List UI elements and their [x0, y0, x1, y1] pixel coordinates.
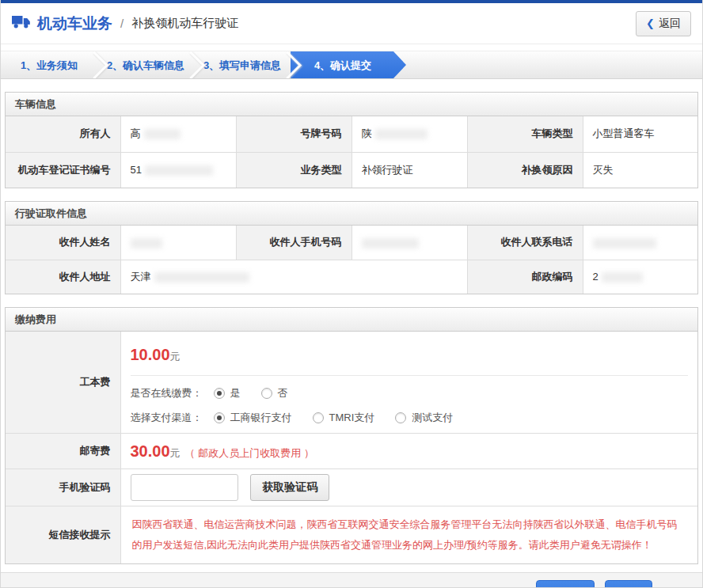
back-button-label: 返回 [659, 17, 681, 31]
online-pay-yes-option[interactable]: 是 [214, 386, 241, 400]
sms-code-label: 手机验证码 [6, 469, 120, 506]
table-row: 收件人姓名 收件人手机号码 收件人联系电话 [6, 226, 697, 260]
recipient-phone-label: 收件人联系电话 [467, 226, 583, 260]
breadcrumb: 机动车业务 / 补换领机动车行驶证 [12, 13, 238, 34]
sms-code-cell: 获取验证码 [120, 469, 697, 506]
recipient-name-value [120, 226, 236, 260]
pickup-info-table: 收件人姓名 收件人手机号码 收件人联系电话 收件人地址 天津 邮政编码 2 [6, 226, 697, 294]
biztype-value: 补领行驶证 [352, 152, 467, 188]
postcode-value: 2 [583, 260, 697, 294]
postage-fee-note: （ 邮政人员上门收取费用 ） [185, 447, 314, 459]
reason-label: 补换领原因 [467, 152, 583, 188]
radio-unselected-icon [261, 388, 272, 399]
masked-value [145, 165, 213, 176]
regno-label: 机动车登记证书编号 [6, 152, 120, 188]
sms-notice-cell: 因陕西省联通、电信运营商技术问题，陕西省互联网交通安全综合服务管理平台无法向持陕… [120, 506, 697, 564]
table-row: 短信接收提示 因陕西省联通、电信运营商技术问题，陕西省互联网交通安全综合服务管理… [6, 506, 697, 564]
plate-label: 号牌号码 [236, 116, 352, 152]
production-fee-label: 工本费 [6, 332, 120, 434]
recipient-name-label: 收件人姓名 [6, 226, 120, 260]
online-pay-row: 是否在线缴费： 是 否 [131, 386, 689, 400]
postage-fee-label: 邮寄费 [6, 434, 120, 469]
pickup-info-title: 行驶证取件信息 [6, 202, 697, 226]
table-row: 工本费 10.00元 是否在线缴费： 是 [6, 332, 697, 434]
recipient-address-value: 天津 [120, 260, 467, 294]
vehicle-type-label: 车辆类型 [467, 116, 583, 152]
get-sms-code-button[interactable]: 获取验证码 [250, 474, 329, 501]
masked-value [131, 238, 162, 248]
table-row: 手机验证码 获取验证码 [6, 469, 697, 506]
chevron-left-icon: ❮ [646, 17, 655, 29]
reason-value: 灭失 [583, 152, 697, 188]
channel-test-option[interactable]: 测试支付 [395, 411, 453, 425]
step-4-confirm-submit: 4、确认提交 [291, 51, 406, 78]
back-button[interactable]: ❮ 返回 [636, 11, 691, 36]
channel-icbc-option[interactable]: 工商银行支付 [214, 411, 292, 425]
page-title: 机动车业务 [37, 13, 112, 34]
truck-icon [12, 15, 31, 32]
online-pay-no-option[interactable]: 否 [261, 386, 288, 400]
table-row: 所有人 高 号牌号码 陕 车辆类型 小型普通客车 [6, 116, 697, 152]
table-row: 机动车登记证书编号 51 业务类型 补领行驶证 补换领原因 灭失 [6, 152, 697, 188]
sms-code-input[interactable] [131, 474, 238, 501]
masked-value [144, 129, 180, 139]
online-pay-label: 是否在线缴费： [131, 386, 203, 400]
radio-selected-icon [214, 412, 225, 423]
biztype-label: 业务类型 [236, 152, 352, 188]
radio-unselected-icon [313, 412, 324, 423]
owner-value: 高 [120, 116, 236, 152]
breadcrumb-divider: / [120, 17, 124, 30]
vehicle-type-value: 小型普通客车 [583, 116, 697, 152]
regno-value: 51 [120, 152, 236, 188]
sms-notice-text: 因陕西省联通、电信运营商技术问题，陕西省互联网交通安全综合服务管理平台无法向持陕… [132, 514, 687, 556]
recipient-address-label: 收件人地址 [6, 260, 120, 294]
table-row: 邮寄费 30.00元（ 邮政人员上门收取费用 ） [6, 434, 697, 469]
channel-tmri-option[interactable]: TMRI支付 [313, 411, 375, 425]
table-row: 收件人地址 天津 邮政编码 2 [6, 260, 697, 294]
recipient-mobile-label: 收件人手机号码 [236, 226, 352, 260]
masked-value [154, 272, 249, 283]
prev-step-button[interactable]: 上一步 [536, 580, 595, 588]
owner-label: 所有人 [6, 116, 120, 152]
page: 机动车业务 / 补换领机动车行驶证 ❮ 返回 1、业务须知 2、确认车辆信息 3… [0, 0, 703, 588]
pickup-info-section: 行驶证取件信息 收件人姓名 收件人手机号码 收件人联系电话 收件人地址 天津 邮… [5, 201, 698, 294]
production-fee-value: 10.00元 是否在线缴费： 是 否 [120, 332, 697, 434]
postcode-label: 邮政编码 [467, 260, 583, 294]
sms-notice-label: 短信接收提示 [6, 506, 120, 564]
vehicle-info-section: 车辆信息 所有人 高 号牌号码 陕 车辆类型 小型普通客车 机动车登记证书编号 … [5, 92, 698, 188]
pay-channel-label: 选择支付渠道： [131, 411, 203, 425]
masked-value [602, 272, 643, 283]
footer-actions: 上一步 完成 [1, 572, 702, 588]
page-header: 机动车业务 / 补换领机动车行驶证 ❮ 返回 [1, 3, 702, 44]
pay-channel-row: 选择支付渠道： 工商银行支付 TMRI支付 测试支付 [131, 411, 689, 425]
finish-button[interactable]: 完成 [605, 580, 652, 588]
postage-fee-value: 30.00元（ 邮政人员上门收取费用 ） [120, 434, 697, 469]
wizard-steps: 1、业务须知 2、确认车辆信息 3、填写申请信息 4、确认提交 [1, 51, 702, 79]
masked-value [362, 238, 419, 248]
recipient-mobile-value [352, 226, 467, 260]
production-fee-amount: 10.00元 [131, 341, 689, 376]
page-subtitle: 补换领机动车行驶证 [131, 16, 238, 31]
vehicle-info-table: 所有人 高 号牌号码 陕 车辆类型 小型普通客车 机动车登记证书编号 51 业务… [6, 116, 697, 188]
fees-title: 缴纳费用 [6, 308, 697, 332]
vehicle-info-title: 车辆信息 [6, 93, 697, 116]
fees-section: 缴纳费用 工本费 10.00元 是否在线缴费： 是 [5, 307, 698, 564]
masked-value [593, 238, 656, 248]
fees-table: 工本费 10.00元 是否在线缴费： 是 [6, 332, 697, 563]
recipient-phone-value [583, 226, 697, 260]
plate-value: 陕 [352, 116, 467, 152]
masked-value [375, 129, 428, 139]
radio-unselected-icon [395, 412, 406, 423]
main-content: 车辆信息 所有人 高 号牌号码 陕 车辆类型 小型普通客车 机动车登记证书编号 … [1, 92, 702, 564]
radio-selected-icon [214, 388, 225, 399]
